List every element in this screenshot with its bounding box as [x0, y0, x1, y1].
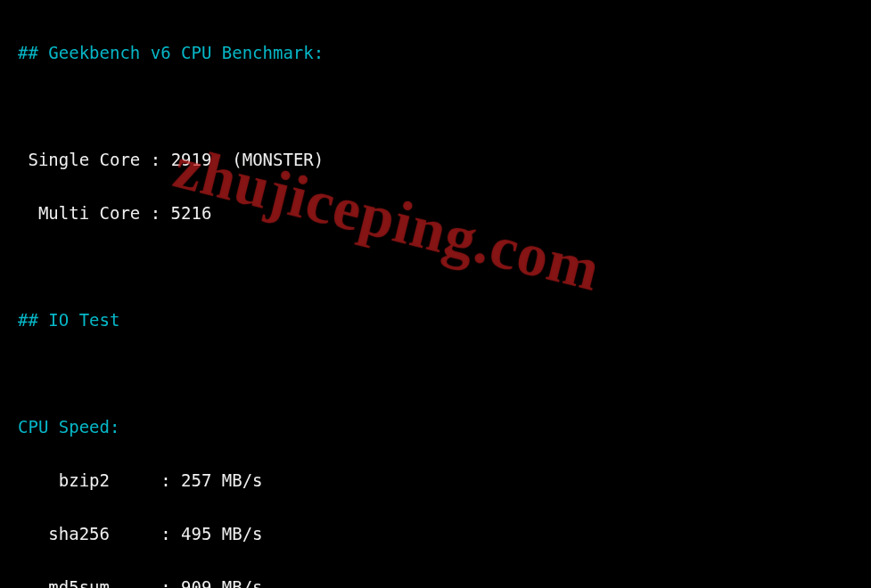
multi-core-label: Multi Core [38, 203, 140, 223]
cpu-row-value: 495 MB/s [181, 524, 263, 543]
single-core-value: 2919 [171, 150, 212, 169]
single-core-label: Single Core [28, 150, 140, 169]
cpu-row-label: sha256 [48, 524, 110, 543]
cpu-row-label: bzip2 [59, 470, 110, 490]
cpu-row-sha256: sha256 : 495 MB/s [18, 520, 853, 547]
cpu-row-value: 909 MB/s [181, 577, 263, 588]
cpu-row-md5sum: md5sum : 909 MB/s [18, 574, 853, 588]
cpu-speed-header: CPU Speed: [18, 413, 853, 440]
blank-line [18, 93, 853, 119]
multi-core-row: Multi Core : 5216 [18, 200, 853, 226]
cpu-row-label: md5sum [48, 577, 110, 588]
geekbench-header: ## Geekbench v6 CPU Benchmark: [18, 39, 853, 66]
terminal-output: ## Geekbench v6 CPU Benchmark: Single Co… [0, 0, 871, 588]
cpu-row-value: 257 MB/s [181, 470, 263, 490]
single-core-note: (MONSTER) [232, 150, 324, 169]
multi-core-value: 5216 [171, 203, 212, 223]
single-core-row: Single Core : 2919 (MONSTER) [18, 146, 853, 173]
io-test-header: ## IO Test [18, 306, 853, 333]
blank-line [18, 253, 853, 280]
blank-line [18, 360, 853, 387]
cpu-row-bzip2: bzip2 : 257 MB/s [18, 467, 853, 494]
